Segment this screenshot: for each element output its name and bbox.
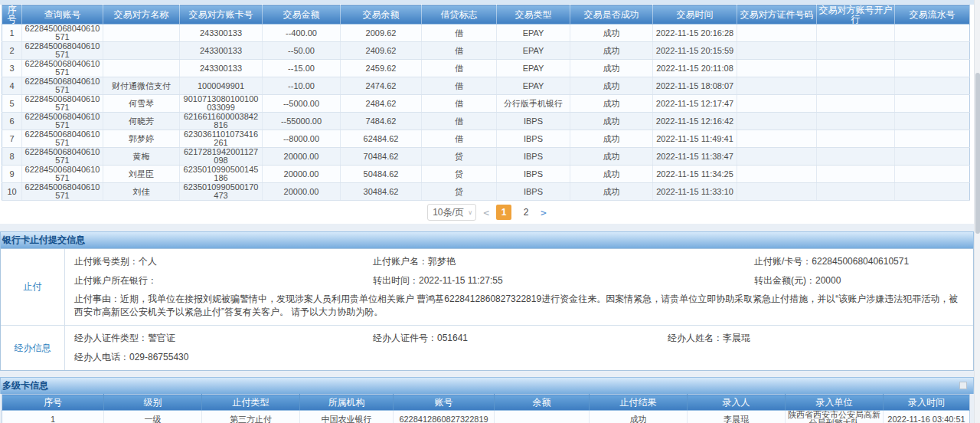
table-cell: 6235010990500170473 [180,183,263,201]
table-cell [737,148,817,166]
column-header: 交易是否成功 [570,5,653,25]
table-cell: EPAY [497,60,570,77]
table-cell: 1 [2,25,22,42]
column-header: 交易对方证件号码 [737,5,817,25]
table-cell: 成功 [570,60,653,77]
table-cell: 刘佳 [103,183,180,201]
stop-payment-section: 银行卡止付提交信息 止付 止付账号类别：个人 止付账户名：郭梦艳 止付账/卡号：… [0,231,980,371]
table-cell: 第三方止付 [202,411,300,423]
table-cell [495,411,590,423]
stop-payment-reason: 止付事由：近期，我单位在接报刘妮被骗警情中，发现涉案人员利用贵单位相关账户 曹鸿… [74,293,967,319]
table-cell: 2022-11-15 20:16:28 [653,25,737,42]
table-cell: 2022-11-15 12:17:47 [653,95,737,113]
table-cell: 中国农业银行 [300,411,394,423]
table-cell: 6 [2,113,22,130]
table-cell: 2022-11-15 12:16:42 [653,113,737,130]
chevron-down-icon: ∨ [468,209,472,216]
table-cell [817,42,895,60]
table-cell [103,42,180,60]
stop-payment-title: 银行卡止付提交信息 [2,234,85,245]
column-header: 交易流水号 [895,5,970,25]
next-page-button[interactable]: > [541,207,547,218]
field-agent-cert-no: 经办人证件号：051641 [373,329,668,348]
table-cell: 20000.00 [263,183,341,201]
page-button-1[interactable]: 1 [496,205,511,220]
table-cell: IBPS [497,148,570,166]
table-cell: 6228450068040610571 [22,25,103,42]
column-header: 借贷标志 [422,5,497,25]
table-cell: 成功 [570,113,653,130]
column-header: 账号 [394,395,495,411]
column-header: 交易金额 [263,5,341,25]
stop-payment-title-bar: 银行卡止付提交信息 [0,231,974,248]
table-cell: 2409.62 [341,42,422,60]
field-account-type: 止付账号类别：个人 [74,252,373,271]
table-cell [737,183,817,201]
table-cell: 70484.62 [341,148,422,166]
table-cell: 贷 [422,183,497,201]
table-cell: 2022-11-15 11:49:41 [653,130,737,148]
table-row: 76228450068040610571郭梦婷62303611010734162… [2,130,970,148]
table-cell: 借 [422,25,497,42]
prev-page-button[interactable]: < [483,207,489,218]
transactions-panel: 序号查询账号交易对方名称交易对方账卡号交易金额交易余额借贷标志交易类型交易是否成… [0,0,974,224]
table-cell: --55000.00 [263,113,341,130]
table-cell: 20000.00 [263,148,341,166]
collapse-icon[interactable] [959,382,967,389]
table-cell [895,183,970,201]
table-cell [737,60,817,77]
column-header: 交易余额 [341,5,422,25]
table-cell [737,25,817,42]
table-cell: 分行版手机银行 [497,95,570,113]
table-cell [895,166,970,183]
table-cell: 2 [2,42,22,60]
column-header: 交易时间 [653,5,737,25]
table-cell: --10.00 [263,77,341,95]
multi-card-table: 序号级别止付类型所属机构账号余额止付结果录入人录入单位录入时间 1一级第三方止付… [2,394,970,423]
table-cell: 2022-11-15 20:11:08 [653,60,737,77]
table-cell: 成功 [570,25,653,42]
table-cell: IBPS [497,166,570,183]
agent-fields: 经办人证件类型：警官证 经办人证件号：051641 经办人姓名：李晨琨 经办人电… [74,329,967,367]
table-cell: EPAY [497,25,570,42]
spacer [0,371,980,377]
page-button-2[interactable]: 2 [518,205,534,220]
column-header: 录入单位 [786,395,884,411]
page-size-label: 10条/页 [433,206,464,219]
table-cell: 财付通微信支付 [103,77,180,95]
table-cell: 借 [422,42,497,60]
agent-group-label: 经办信息 [1,326,65,370]
table-row: 106228450068040610571刘佳62350109905001704… [2,183,970,201]
table-cell: 成功 [590,411,688,423]
pagination: 10条/页 ∨ < 1 2 > [0,201,974,224]
field-agent-name: 经办人姓名：李晨琨 [668,329,967,348]
column-header: 交易对方账号开户行 [817,5,895,25]
agent-group-body: 经办人证件类型：警官证 经办人证件号：051641 经办人姓名：李晨琨 经办人电… [65,326,973,370]
page-size-select[interactable]: 10条/页 ∨ [427,204,476,221]
table-row: 1一级第三方止付中国农业银行6228412860827322819成功李晨琨陕西… [2,411,970,423]
table-cell: 9 [2,166,22,183]
stop-payment-fields: 止付账号类别：个人 止付账户名：郭梦艳 止付账/卡号：6228450068040… [74,252,967,290]
table-cell: 成功 [570,130,653,148]
table-cell: 陕西省西安市公安局高新分局刑警大队 [786,411,884,423]
table-cell: 2009.62 [341,25,422,42]
agent-group: 经办信息 经办人证件类型：警官证 经办人证件号：051641 经办人姓名：李晨琨… [1,325,973,370]
field-account-bank: 止付账户所在银行： [74,271,373,290]
table-cell: 8 [2,148,22,166]
table-cell [817,183,895,201]
table-row: 26228450068040610571243300133--50.002409… [2,42,970,60]
field-transfer-amount: 转出金额(元)：20000 [754,271,967,290]
table-cell: 7 [2,130,22,148]
table-cell: 4 [2,77,22,95]
table-cell: 贷 [422,148,497,166]
table-cell: 6235010990500145186 [180,166,263,183]
table-cell: 成功 [570,77,653,95]
scrollbar-thumb[interactable] [975,73,980,234]
table-cell [895,95,970,113]
table-cell [737,113,817,130]
table-cell: 2484.62 [341,95,422,113]
table-cell: 6228450068040610571 [22,95,103,113]
table-cell: --15.00 [263,60,341,77]
scrollbar-track[interactable] [974,0,980,423]
column-header: 交易对方名称 [103,5,180,25]
